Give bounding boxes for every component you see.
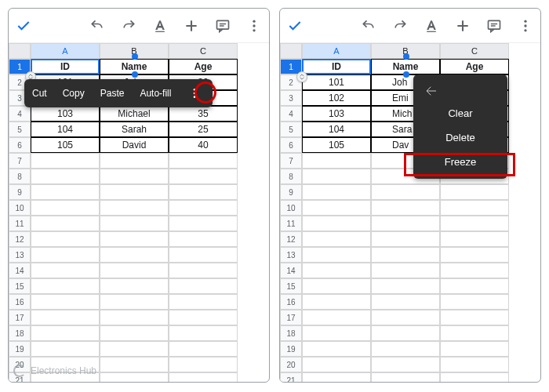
toolbar	[9, 9, 269, 43]
col-header-C[interactable]: C	[440, 43, 509, 59]
row-header-4[interactable]: 4	[9, 106, 31, 122]
selection-handle-icon[interactable]	[403, 53, 409, 60]
plus-icon[interactable]	[183, 17, 200, 34]
cell-A4[interactable]: 103	[302, 106, 371, 122]
cell-A6[interactable]: 105	[31, 137, 100, 153]
row-header-15[interactable]: 15	[9, 278, 31, 294]
row-drag-handle-icon[interactable]	[296, 71, 307, 82]
toolbar	[280, 9, 540, 43]
spreadsheet[interactable]: A B C 1 ID Name Age 2101John30 3102Emily…	[9, 43, 269, 382]
row-header-13[interactable]: 13	[9, 247, 31, 263]
col-header-A[interactable]: A	[31, 43, 100, 59]
more-vert-icon[interactable]	[517, 17, 534, 34]
row-header-21[interactable]: 21	[280, 372, 302, 382]
device-right: A B C 1 ID Name Age 2101Joh30 3102Emi28 …	[279, 8, 541, 383]
menu-back-icon[interactable]	[413, 79, 507, 101]
row-header-16[interactable]: 16	[280, 294, 302, 310]
col-header-C[interactable]: C	[169, 43, 238, 59]
more-vert-icon[interactable]	[245, 17, 263, 34]
redo-icon[interactable]	[391, 17, 409, 34]
col-header-A[interactable]: A	[302, 43, 371, 59]
cell-C6[interactable]: 40	[169, 137, 238, 153]
row-header-8[interactable]: 8	[280, 169, 302, 184]
selection-handle-icon[interactable]	[403, 71, 409, 78]
comment-icon[interactable]	[485, 17, 503, 34]
cell-A6[interactable]: 105	[302, 137, 371, 153]
svg-point-9	[194, 89, 196, 91]
row-header-5[interactable]: 5	[9, 122, 31, 137]
row-header-5[interactable]: 5	[280, 122, 302, 137]
svg-rect-15	[489, 20, 500, 29]
row-header-6[interactable]: 6	[280, 137, 302, 153]
menu-item-freeze[interactable]: Freeze	[413, 150, 507, 174]
svg-point-10	[194, 93, 196, 95]
menu-item-autofill[interactable]: Auto-fill	[140, 88, 171, 99]
watermark: Electronics Hub	[13, 365, 96, 377]
cell-A5[interactable]: 104	[302, 122, 371, 137]
comment-icon[interactable]	[214, 17, 231, 34]
cell-C5[interactable]: 25	[169, 122, 238, 137]
format-text-icon[interactable]	[423, 17, 440, 34]
cell-A1[interactable]: ID	[302, 59, 371, 74]
row-header-10[interactable]: 10	[280, 200, 302, 216]
svg-point-6	[253, 20, 255, 22]
check-icon[interactable]	[286, 17, 304, 34]
row-header-13[interactable]: 13	[280, 247, 302, 263]
plus-icon[interactable]	[454, 17, 471, 34]
row-header-14[interactable]: 14	[280, 263, 302, 278]
row-header-14[interactable]: 14	[9, 263, 31, 278]
row-header-4[interactable]: 4	[280, 106, 302, 122]
menu-more-icon[interactable]	[187, 85, 202, 101]
cell-C1[interactable]: Age	[169, 59, 238, 74]
redo-icon[interactable]	[120, 17, 137, 34]
row-header-6[interactable]: 6	[9, 137, 31, 153]
svg-point-20	[524, 29, 526, 31]
row-header-7[interactable]: 7	[280, 153, 302, 169]
row-header-10[interactable]: 10	[9, 200, 31, 216]
menu-item-cut[interactable]: Cut	[32, 88, 47, 99]
row-header-9[interactable]: 9	[280, 184, 302, 200]
cell-A4[interactable]: 103	[31, 106, 100, 122]
row-header-19[interactable]: 19	[9, 341, 31, 357]
menu-item-clear[interactable]: Clear	[413, 101, 507, 125]
row-header-19[interactable]: 19	[280, 341, 302, 357]
selection-handle-icon[interactable]	[132, 71, 138, 78]
row-header-18[interactable]: 18	[280, 325, 302, 341]
format-text-icon[interactable]	[151, 17, 169, 34]
cell-B4[interactable]: Michael	[100, 106, 169, 122]
svg-point-18	[524, 20, 526, 22]
corner[interactable]	[9, 43, 31, 59]
row-header-8[interactable]: 8	[9, 169, 31, 184]
cell-A5[interactable]: 104	[31, 122, 100, 137]
check-icon[interactable]	[15, 17, 32, 34]
row-header-11[interactable]: 11	[280, 216, 302, 231]
row-header-20[interactable]: 20	[280, 357, 302, 372]
cell-A1[interactable]: ID	[31, 59, 100, 74]
row-header-7[interactable]: 7	[9, 153, 31, 169]
menu-item-copy[interactable]: Copy	[63, 88, 85, 99]
cell-B6[interactable]: David	[100, 137, 169, 153]
svg-point-7	[253, 24, 255, 27]
cell-B5[interactable]: Sarah	[100, 122, 169, 137]
row-header-15[interactable]: 15	[280, 278, 302, 294]
row-header-18[interactable]: 18	[9, 325, 31, 341]
row-header-12[interactable]: 12	[9, 231, 31, 247]
row-header-17[interactable]: 17	[9, 310, 31, 325]
cell-C1[interactable]: Age	[440, 59, 509, 74]
row-header-17[interactable]: 17	[280, 310, 302, 325]
cell-A2[interactable]: 101	[302, 74, 371, 90]
row-header-3[interactable]: 3	[280, 90, 302, 106]
cell-C4[interactable]: 35	[169, 106, 238, 122]
corner[interactable]	[280, 43, 302, 59]
undo-icon[interactable]	[89, 17, 106, 34]
spreadsheet[interactable]: A B C 1 ID Name Age 2101Joh30 3102Emi28 …	[280, 43, 540, 382]
menu-item-paste[interactable]: Paste	[100, 88, 125, 99]
row-header-12[interactable]: 12	[280, 231, 302, 247]
row-header-11[interactable]: 11	[9, 216, 31, 231]
menu-item-delete[interactable]: Delete	[413, 125, 507, 150]
cell-A3[interactable]: 102	[302, 90, 371, 106]
row-header-9[interactable]: 9	[9, 184, 31, 200]
undo-icon[interactable]	[360, 17, 377, 34]
selection-handle-icon[interactable]	[132, 53, 138, 60]
row-header-16[interactable]: 16	[9, 294, 31, 310]
